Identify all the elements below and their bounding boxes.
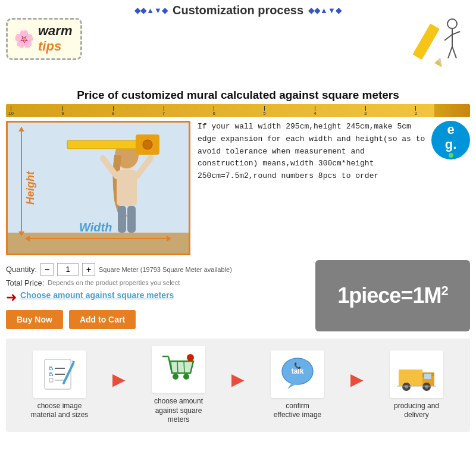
step-3-icon-box: talk 📞 (271, 350, 324, 398)
piece-sup: 2 (441, 283, 447, 298)
page-header: ◆◆▲▼◆ Customization process ◆◆▲▼◆ (0, 0, 476, 18)
svg-line-6 (452, 32, 460, 35)
svg-rect-18 (67, 140, 139, 149)
right-text-area: e g. If your wall width 295cm,height 245… (198, 121, 470, 255)
svg-rect-13 (117, 170, 137, 206)
tips-label: tips (38, 39, 72, 54)
ruler-bar: 10 9 8 7 6 5 4 3 2 1 (6, 104, 470, 117)
svg-rect-27 (49, 378, 53, 382)
svg-line-5 (444, 35, 452, 40)
pencil-ruler-graphic (399, 17, 470, 76)
step-2-label: choose amount against square meters (154, 397, 203, 425)
step-arrow-3: ▶ (350, 369, 364, 389)
add-to-cart-button[interactable]: Add to Cart (69, 310, 136, 329)
flower-icon: 🌸 (14, 29, 35, 49)
warm-label: warm (38, 23, 72, 39)
header-deco-left: ◆◆▲▼◆ (134, 6, 168, 15)
choose-text: Choose amount against square meters (20, 290, 174, 300)
step-4-label: producing and delivery (394, 402, 439, 420)
quantity-input[interactable] (57, 263, 79, 276)
eg-badge: e g. (431, 121, 470, 159)
price-note: Depends on the product properties you se… (48, 279, 180, 286)
wall-image-box: Height Width (6, 121, 190, 255)
svg-rect-16 (118, 206, 126, 233)
svg-point-35 (173, 374, 178, 380)
svg-point-48 (405, 385, 408, 389)
buy-now-button[interactable]: Buy Now (6, 310, 63, 329)
bottom-controls: Quantity: − + Square Meter (19793 Square… (6, 260, 470, 331)
step-3-label: confirm effective image (274, 402, 322, 420)
warm-tips-box: 🌸 warm tips (6, 18, 82, 60)
header-title: Customization process (173, 4, 303, 17)
svg-point-20 (143, 140, 152, 149)
quantity-note: Square Meter (19793 Square Meter availab… (99, 266, 232, 273)
quantity-label: Quantity: (6, 265, 37, 274)
eg-e: e (447, 123, 454, 137)
header-deco-right: ◆◆▲▼◆ (308, 6, 342, 15)
svg-rect-17 (127, 206, 136, 233)
svg-point-37 (187, 354, 194, 361)
price-label: Total Price: (6, 278, 44, 287)
svg-rect-0 (412, 24, 440, 60)
step-3: talk 📞 confirm effective image (250, 350, 345, 420)
svg-rect-46 (424, 374, 431, 379)
main-title: Price of customized mural calculated aga… (0, 89, 476, 102)
quantity-increase-button[interactable]: + (82, 263, 95, 276)
svg-text:📞: 📞 (294, 362, 302, 369)
piece-badge: 1piece=1M2 (315, 260, 470, 331)
svg-line-8 (452, 46, 456, 58)
buttons-row: Buy Now Add to Cart (6, 310, 307, 329)
eg-dot (449, 153, 453, 158)
svg-line-34 (184, 361, 184, 373)
stick-figure-icon (402, 17, 467, 81)
piece-main: 1piece=1M (337, 283, 441, 308)
svg-point-36 (183, 374, 189, 380)
choose-row: ➜ Choose amount against square meters (6, 290, 307, 305)
left-controls: Quantity: − + Square Meter (19793 Square… (6, 263, 307, 329)
piece-text: 1piece=1M2 (337, 283, 447, 308)
red-arrow-icon: ➜ (6, 290, 17, 305)
middle-section: Height Width e g. If your wall width 295… (6, 121, 470, 255)
eg-g: g. (445, 137, 457, 152)
step-2: choose amount against square meters (131, 346, 226, 425)
step-arrow-2: ▶ (231, 369, 245, 389)
price-row: Total Price: Depends on the product prop… (6, 278, 307, 287)
step-1-label: choose image material and sizes (31, 402, 89, 420)
svg-point-3 (447, 19, 457, 29)
svg-point-50 (425, 385, 428, 389)
step-4: producing and delivery (369, 350, 464, 420)
step-1-icon-box (33, 350, 86, 398)
quantity-decrease-button[interactable]: − (40, 263, 54, 276)
quantity-row: Quantity: − + Square Meter (19793 Square… (6, 263, 307, 276)
svg-rect-10 (8, 233, 190, 253)
svg-line-33 (177, 361, 178, 373)
step-1: choose image material and sizes (12, 350, 107, 420)
svg-rect-43 (399, 369, 422, 386)
height-label: Height (24, 171, 37, 205)
step-4-icon-box (390, 350, 443, 398)
svg-line-7 (448, 46, 452, 58)
warm-tips-text: warm tips (38, 23, 72, 55)
step-arrow-1: ▶ (112, 369, 126, 389)
wall-image: Height Width (8, 123, 189, 253)
step-2-icon-box (152, 346, 205, 393)
process-steps: choose image material and sizes ▶ choose… (6, 339, 470, 432)
description-text: If your wall width 295cm,height 245cm,ma… (198, 121, 470, 183)
width-label: Width (79, 221, 112, 234)
